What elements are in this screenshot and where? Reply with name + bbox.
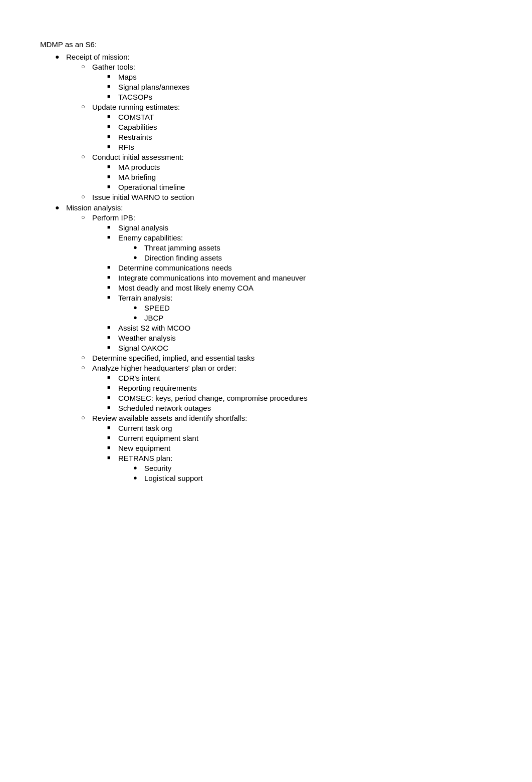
list-item: Mission analysis: Perform IPB: Signal an… bbox=[55, 203, 502, 482]
list-item: Direction finding assets bbox=[133, 253, 502, 262]
item-label: Signal plans/annexes bbox=[118, 83, 190, 91]
list-item: Assist S2 with MCOO bbox=[107, 324, 502, 332]
list-item: Gather tools: Maps Signal plans/annexes … bbox=[81, 63, 502, 101]
list-item: Capabilities bbox=[107, 123, 502, 131]
item-label: Reporting requirements bbox=[118, 384, 197, 392]
item-label: Issue initial WARNO to section bbox=[92, 193, 194, 201]
level4-list: SPEED JBCP bbox=[118, 304, 502, 322]
level3-list: COMSTAT Capabilities Restraints RFIs bbox=[92, 113, 502, 151]
item-label: Security bbox=[144, 464, 171, 472]
item-label: Integrate communications into movement a… bbox=[118, 274, 306, 282]
list-item: Restraints bbox=[107, 133, 502, 141]
item-label: Determine communications needs bbox=[118, 264, 232, 272]
list-item: Scheduled network outages bbox=[107, 404, 502, 412]
item-label: Threat jamming assets bbox=[144, 243, 220, 252]
item-label: MA briefing bbox=[118, 173, 156, 181]
level2-list: Perform IPB: Signal analysis Enemy capab… bbox=[66, 213, 502, 482]
list-item: JBCP bbox=[133, 314, 502, 322]
item-label: Signal analysis bbox=[118, 223, 168, 232]
list-item: Current task org bbox=[107, 424, 502, 432]
item-label: Enemy capabilities: bbox=[118, 233, 183, 242]
list-item: Current equipment slant bbox=[107, 434, 502, 442]
page-title: MDMP as an S6: bbox=[40, 40, 502, 49]
item-label: Signal OAKOC bbox=[118, 344, 168, 352]
item-label: Current equipment slant bbox=[118, 434, 198, 442]
list-item: Security bbox=[133, 464, 502, 472]
item-label: Maps bbox=[118, 73, 137, 81]
item-label: COMSTAT bbox=[118, 113, 154, 121]
list-item: Maps bbox=[107, 73, 502, 81]
item-label: RETRANS plan: bbox=[118, 454, 172, 462]
list-item: Most deadly and most likely enemy COA bbox=[107, 284, 502, 292]
item-label: Operational timeline bbox=[118, 183, 185, 191]
item-label: Conduct initial assessment: bbox=[92, 153, 184, 161]
item-label: Review available assets and identify sho… bbox=[92, 414, 247, 422]
list-item: Weather analysis bbox=[107, 334, 502, 342]
list-item: Receipt of mission: Gather tools: Maps S… bbox=[55, 53, 502, 201]
list-item: COMSTAT bbox=[107, 113, 502, 121]
item-label: COMSEC: keys, period change, compromise … bbox=[118, 394, 308, 402]
item-label: Logistical support bbox=[144, 474, 203, 482]
level4-list: Security Logistical support bbox=[118, 464, 502, 482]
item-label: Receipt of mission: bbox=[66, 53, 130, 61]
list-item: Terrain analysis: SPEED JBCP bbox=[107, 294, 502, 322]
level3-list: Signal analysis Enemy capabilities: Thre… bbox=[92, 223, 502, 352]
item-label: Determine specified, implied, and essent… bbox=[92, 354, 254, 362]
item-label: JBCP bbox=[144, 314, 163, 322]
item-label: Perform IPB: bbox=[92, 213, 135, 222]
list-item: Update running estimates: COMSTAT Capabi… bbox=[81, 103, 502, 151]
list-item: RETRANS plan: Security Logistical suppor… bbox=[107, 454, 502, 482]
level3-list: Maps Signal plans/annexes TACSOPs bbox=[92, 73, 502, 101]
item-label: Weather analysis bbox=[118, 334, 176, 342]
level3-list: MA products MA briefing Operational time… bbox=[92, 163, 502, 191]
level4-list: Threat jamming assets Direction finding … bbox=[118, 243, 502, 262]
list-item: Enemy capabilities: Threat jamming asset… bbox=[107, 233, 502, 262]
list-item: Issue initial WARNO to section bbox=[81, 193, 502, 201]
item-label: Update running estimates: bbox=[92, 103, 180, 111]
list-item: Determine specified, implied, and essent… bbox=[81, 354, 502, 362]
list-item: Threat jamming assets bbox=[133, 243, 502, 252]
item-label: Terrain analysis: bbox=[118, 294, 172, 302]
item-label: Direction finding assets bbox=[144, 253, 222, 262]
item-label: Analyze higher headquarters' plan or ord… bbox=[92, 364, 236, 372]
item-label: Most deadly and most likely enemy COA bbox=[118, 284, 253, 292]
list-item: TACSOPs bbox=[107, 93, 502, 101]
item-label: Scheduled network outages bbox=[118, 404, 211, 412]
item-label: TACSOPs bbox=[118, 93, 152, 101]
item-label: Restraints bbox=[118, 133, 152, 141]
list-item: COMSEC: keys, period change, compromise … bbox=[107, 394, 502, 402]
item-label: New equipment bbox=[118, 444, 170, 452]
list-item: CDR's intent bbox=[107, 374, 502, 382]
item-label: Mission analysis: bbox=[66, 203, 123, 212]
list-item: Logistical support bbox=[133, 474, 502, 482]
list-item: Integrate communications into movement a… bbox=[107, 274, 502, 282]
item-label: Capabilities bbox=[118, 123, 157, 131]
list-item: Conduct initial assessment: MA products … bbox=[81, 153, 502, 191]
list-item: Review available assets and identify sho… bbox=[81, 414, 502, 482]
list-item: Signal OAKOC bbox=[107, 344, 502, 352]
list-item: RFIs bbox=[107, 143, 502, 151]
item-label: CDR's intent bbox=[118, 374, 160, 382]
item-label: RFIs bbox=[118, 143, 134, 151]
list-item: Determine communications needs bbox=[107, 264, 502, 272]
list-item: Analyze higher headquarters' plan or ord… bbox=[81, 364, 502, 412]
item-label: Assist S2 with MCOO bbox=[118, 324, 190, 332]
level2-list: Gather tools: Maps Signal plans/annexes … bbox=[66, 63, 502, 201]
item-label: MA products bbox=[118, 163, 160, 171]
level3-list: Current task org Current equipment slant… bbox=[92, 424, 502, 482]
page-content: MDMP as an S6: Receipt of mission: Gathe… bbox=[40, 40, 502, 482]
list-item: Perform IPB: Signal analysis Enemy capab… bbox=[81, 213, 502, 352]
item-label: Current task org bbox=[118, 424, 172, 432]
list-item: Signal plans/annexes bbox=[107, 83, 502, 91]
top-level-list: Receipt of mission: Gather tools: Maps S… bbox=[40, 53, 502, 482]
item-label: SPEED bbox=[144, 304, 170, 312]
list-item: MA products bbox=[107, 163, 502, 171]
level3-list: CDR's intent Reporting requirements COMS… bbox=[92, 374, 502, 412]
item-label: Gather tools: bbox=[92, 63, 135, 71]
list-item: New equipment bbox=[107, 444, 502, 452]
list-item: SPEED bbox=[133, 304, 502, 312]
list-item: MA briefing bbox=[107, 173, 502, 181]
list-item: Signal analysis bbox=[107, 223, 502, 232]
list-item: Reporting requirements bbox=[107, 384, 502, 392]
list-item: Operational timeline bbox=[107, 183, 502, 191]
